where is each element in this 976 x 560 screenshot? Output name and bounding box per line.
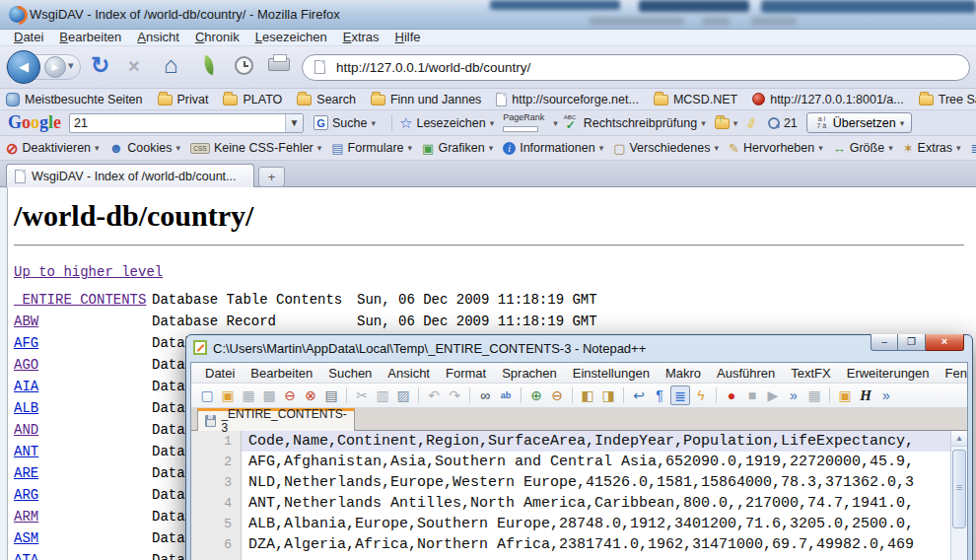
webdev-item[interactable]: ↔ Größe ▾ <box>833 141 893 155</box>
webdev-item[interactable]: CSS Keine CSS-Fehler ▾ <box>190 141 321 155</box>
directory-entry-link[interactable]: ARE <box>14 465 38 481</box>
print-button[interactable] <box>268 58 290 71</box>
translate-button[interactable]: a i7 ä Übersetzen▾ <box>806 112 912 133</box>
open-file-icon[interactable]: ▣ <box>218 385 238 405</box>
close-file-icon[interactable]: ⊖ <box>280 385 300 405</box>
menu-item[interactable]: Bearbeiten <box>51 30 129 45</box>
webdev-item[interactable]: ⊘ Deaktivieren ▾ <box>6 141 100 155</box>
editor-line[interactable]: 4 ANT,Netherlands Antilles,North America… <box>191 493 950 514</box>
menu-item[interactable]: Ansicht <box>129 30 187 45</box>
menu-item[interactable]: Einstellungen <box>565 366 658 381</box>
scrollbar-thumb[interactable] <box>952 450 966 528</box>
new-tab-button[interactable]: + <box>258 167 285 187</box>
reload-button[interactable]: ↻ <box>91 52 109 79</box>
webdev-item[interactable]: ▤ Formulare ▾ <box>331 141 412 155</box>
webdev-item[interactable]: ≣ Quelltext ▾ <box>971 141 976 155</box>
maximize-button[interactable]: ❐ <box>898 334 926 351</box>
home-button[interactable]: ⌂ <box>164 51 178 79</box>
directory-entry-link[interactable]: AIA <box>14 379 38 394</box>
show-symbols-icon[interactable]: ¶ <box>650 385 669 405</box>
editor-scrollbar[interactable]: ▲ <box>950 431 967 560</box>
bookmark-item[interactable]: Meistbesuchte Seiten <box>6 93 143 106</box>
menu-item[interactable]: Hilfe <box>387 30 429 45</box>
menu-item[interactable]: Makro <box>658 366 709 381</box>
sync-horizontal-icon[interactable]: ◨ <box>598 385 618 405</box>
directory-entry-link[interactable]: AGO <box>14 357 38 373</box>
open-folder-icon[interactable]: ▣ <box>835 385 855 405</box>
save-all-icon[interactable]: ▩ <box>259 385 279 405</box>
indent-guide-icon[interactable]: ≣ <box>670 385 690 405</box>
menu-item[interactable]: Datei <box>197 366 243 381</box>
function-hint-icon[interactable]: ϟ <box>691 385 711 405</box>
print-icon[interactable]: ▤ <box>321 385 341 405</box>
menu-item[interactable]: Sprachen <box>494 366 565 381</box>
url-text[interactable]: http://127.0.0.1/world-db/country/ <box>336 55 530 80</box>
word-wrap-icon[interactable]: ↩ <box>629 385 649 405</box>
webdev-item[interactable]: ▣ Grafiken ▾ <box>422 141 493 155</box>
up-to-higher-level-link[interactable]: Up to higher level <box>14 264 163 280</box>
editor-line[interactable]: 3 NLD,Netherlands,Europe,Western Europe,… <box>191 472 950 493</box>
find-icon[interactable]: ∞ <box>475 385 495 405</box>
undo-icon[interactable]: ↶ <box>424 385 444 405</box>
directory-entry-link[interactable]: _ENTIRE_CONTENTS <box>14 292 146 308</box>
zoom-in-icon[interactable]: ⊕ <box>526 385 546 405</box>
bookmark-item[interactable]: http://sourceforge.net... <box>496 93 639 106</box>
menu-item[interactable]: Format <box>438 366 494 381</box>
cut-icon[interactable]: ✂ <box>352 385 372 405</box>
menu-item[interactable]: Bearbeiten <box>243 366 320 381</box>
editor-line[interactable]: 6 DZA,Algeria,Africa,Northern Africa,238… <box>191 534 950 555</box>
close-button[interactable]: × <box>926 334 964 351</box>
tab-wsgidav[interactable]: WsgiDAV - Index of /world-db/count... <box>6 164 254 187</box>
menu-item[interactable]: Fenster <box>938 366 968 381</box>
menu-item[interactable]: Ausführen <box>709 366 783 381</box>
bookmark-item[interactable]: Tree Samples <box>919 93 976 106</box>
directory-entry-link[interactable]: AND <box>14 422 38 438</box>
url-bar[interactable]: http://127.0.0.1/world-db/country/ <box>302 54 970 81</box>
record-macro-icon[interactable]: ● <box>722 385 741 405</box>
google-search-button[interactable]: G Suche▾ <box>314 115 376 130</box>
directory-entry-link[interactable]: ABW <box>14 314 38 329</box>
stop-button[interactable]: × <box>128 55 140 78</box>
directory-entry-link[interactable]: AFG <box>14 335 38 351</box>
webdev-item[interactable]: ▢ Verschiedenes ▾ <box>613 141 719 155</box>
highlighter-button[interactable]: ✐ <box>746 115 758 131</box>
new-file-icon[interactable]: ▢ <box>197 385 217 405</box>
webdev-item[interactable]: i Informationen ▾ <box>503 141 603 155</box>
menu-item[interactable]: Erweiterungen <box>839 366 938 381</box>
close-all-icon[interactable]: ⊗ <box>301 385 320 405</box>
clock-addon-icon[interactable] <box>235 56 253 75</box>
copy-icon[interactable]: ▥ <box>373 385 392 405</box>
sync-vertical-icon[interactable]: ◧ <box>578 385 597 405</box>
bookmark-item[interactable]: PLATO <box>223 93 282 106</box>
forward-button[interactable]: ▶ <box>44 56 66 78</box>
menu-item[interactable]: Suchen <box>320 366 380 381</box>
find-count[interactable]: 21 <box>767 116 798 130</box>
google-search-box[interactable]: ▼ <box>69 113 304 133</box>
save-icon[interactable]: ▦ <box>239 385 258 405</box>
scroll-up-icon[interactable]: ▲ <box>951 431 967 447</box>
webdev-item[interactable]: ✎ Hervorheben ▾ <box>729 141 823 155</box>
bookmark-item[interactable]: MCSD.NET <box>654 93 737 106</box>
leaf-addon-icon[interactable] <box>201 55 217 75</box>
menu-item[interactable]: Chronik <box>187 30 247 45</box>
menu-item[interactable]: Extras <box>335 30 387 45</box>
directory-entry-link[interactable]: ALB <box>14 400 38 416</box>
pagerank-widget[interactable]: PageRank <box>503 113 544 132</box>
bookmark-item[interactable]: Finn und Jannes <box>371 93 481 106</box>
editor-text-area[interactable]: 1 Code,Name,Continent,Region,SurfaceArea… <box>191 431 950 560</box>
play-macro-icon[interactable]: ▶ <box>763 385 783 405</box>
sendto-button[interactable]: ↑ ▾ <box>715 116 738 129</box>
overflow-chevron-icon[interactable]: » <box>876 385 896 405</box>
run-macro-multi-icon[interactable]: » <box>784 385 803 405</box>
directory-entry-link[interactable]: ARG <box>14 487 38 503</box>
editor-line[interactable]: 5 ALB,Albania,Europe,Southern Europe,287… <box>191 514 950 534</box>
bookmark-item[interactable]: Privat <box>158 93 209 106</box>
google-search-input[interactable] <box>70 114 285 132</box>
redo-icon[interactable]: ↷ <box>445 385 464 405</box>
notepad-titlebar[interactable]: C:\Users\Martin\AppData\Local\Temp\_ENTI… <box>186 335 972 362</box>
directory-entry-link[interactable]: ARM <box>14 509 38 525</box>
menu-item[interactable]: Ansicht <box>380 366 438 381</box>
caret-icon[interactable]: ▾ <box>553 118 558 128</box>
zoom-out-icon[interactable]: ⊖ <box>547 385 567 405</box>
stop-macro-icon[interactable]: ■ <box>742 385 762 405</box>
